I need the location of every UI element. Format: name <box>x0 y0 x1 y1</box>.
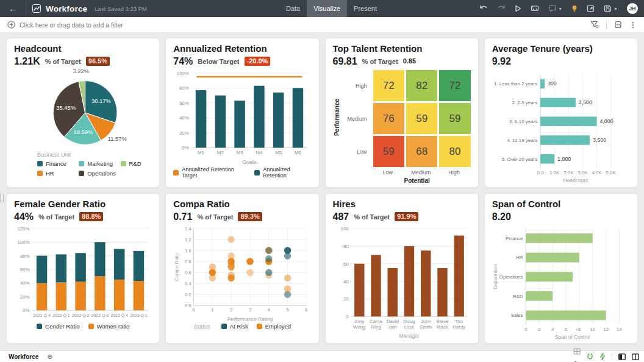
svg-text:Doug: Doug <box>403 319 415 324</box>
user-avatar[interactable]: JH <box>627 3 638 14</box>
heatmap-cell[interactable]: 68 <box>406 136 437 167</box>
card-compa-ratio[interactable]: Compa Ratio 0.71 % of Target 89.3% 0.00.… <box>165 193 319 344</box>
svg-text:0.6: 0.6 <box>185 270 191 275</box>
heatmap-cell[interactable]: 59 <box>406 103 437 134</box>
hbar-chart[interactable]: 0.01.0K2.0K3.0K4.0K5.0K1. Less than 2 ye… <box>492 71 630 185</box>
card-headcount[interactable]: Headcount 1.21K % of Target 96.5% 30.17%… <box>6 38 160 188</box>
filter-bar: Click here or drag data to add a filter … <box>0 17 644 33</box>
lightning-icon[interactable] <box>599 353 606 360</box>
page-settings-icon[interactable] <box>614 21 622 29</box>
svg-text:0: 0 <box>524 327 528 332</box>
svg-text:2022 Q 1: 2022 Q 1 <box>52 313 70 318</box>
svg-text:Department: Department <box>493 264 498 289</box>
heatmap-chart[interactable]: PerformanceHigh728272Medium765959Low5968… <box>333 70 471 185</box>
svg-text:120%: 120% <box>18 226 30 232</box>
svg-text:2.0K: 2.0K <box>564 170 574 176</box>
svg-text:John: John <box>420 319 431 324</box>
filter-funnel-icon[interactable] <box>590 21 599 29</box>
bar-chart[interactable]: 0%20%40%60%80%100%M1M2M3M4M5M6Grade <box>173 68 311 166</box>
svg-text:2023 Q 1: 2023 Q 1 <box>130 313 148 318</box>
hbar-chart[interactable]: 02468101214FinanceHROperationsR&DSalesSp… <box>492 225 630 341</box>
add-filter-button[interactable]: Click here or drag data to add a filter <box>7 21 123 29</box>
kpi-label: Below Target <box>198 58 239 65</box>
card-title: Span of Control <box>492 198 630 210</box>
card-title: Headcount <box>14 43 152 55</box>
stacked-bar-chart[interactable]: 0%20%40%60%80%100%120%2021 Q 42022 Q 120… <box>14 223 152 323</box>
kpi-badge: 88.8% <box>79 212 103 221</box>
legend-item: Finance <box>37 160 79 167</box>
save-icon[interactable]: ▼ <box>604 5 618 12</box>
divider <box>606 21 607 29</box>
bar-chart[interactable]: 020406080100AmyWongCarrieRingDavidJainDo… <box>333 223 471 340</box>
legend-swatch <box>79 161 84 166</box>
kpi-badge: 91.9% <box>395 212 418 221</box>
svg-text:Manager: Manager <box>399 333 419 339</box>
heatmap-cell[interactable]: 72 <box>373 70 404 101</box>
heatmap-row-label: Medium <box>342 103 371 134</box>
svg-text:19.59%: 19.59% <box>74 129 93 135</box>
card-average-tenure[interactable]: Average Tenure (years) 9.92 0.01.0K2.0K3… <box>484 38 638 188</box>
svg-text:80%: 80% <box>20 254 30 259</box>
svg-text:40%: 40% <box>179 115 189 121</box>
card-title: Annualized Retention <box>173 43 311 55</box>
heatmap-cell[interactable]: 59 <box>439 103 470 134</box>
heatmap-cell[interactable]: 82 <box>406 70 437 101</box>
legend-item: Employed <box>257 323 291 330</box>
heatmap-cell[interactable]: 59 <box>373 136 404 167</box>
automation-icon[interactable] <box>531 5 539 12</box>
svg-text:4.0K: 4.0K <box>592 170 602 176</box>
panel-resize-handle[interactable] <box>0 194 4 202</box>
svg-text:Amy: Amy <box>354 319 364 324</box>
heatmap-cell[interactable]: 76 <box>373 103 404 134</box>
svg-text:60: 60 <box>343 261 348 267</box>
card-annualized-retention[interactable]: Annualized Retention 74% Below Target -2… <box>165 38 319 188</box>
redo-icon[interactable] <box>497 5 506 12</box>
legend-swatch <box>37 161 43 166</box>
svg-text:Steve: Steve <box>436 319 449 324</box>
page-tab-workforce[interactable]: Workforce <box>0 353 47 360</box>
tab-visualize[interactable]: Visualize <box>307 0 347 17</box>
svg-text:80%: 80% <box>179 85 189 91</box>
kpi-value: 1.21K <box>14 56 40 67</box>
filter-bar-actions: ⋮ <box>590 21 637 29</box>
card-span-of-control[interactable]: Span of Control 8.20 02468101214FinanceH… <box>484 193 638 344</box>
add-page-icon[interactable]: ⊕ <box>47 353 52 361</box>
svg-text:Performance Rating: Performance Rating <box>227 316 273 322</box>
svg-text:14: 14 <box>617 327 622 332</box>
undo-icon[interactable] <box>479 5 488 12</box>
card-female-gender-ratio[interactable]: Female Gender Ratio 44% % of Target 88.8… <box>6 193 160 344</box>
comment-icon[interactable]: ▼ <box>548 5 562 12</box>
card-hires[interactable]: Hires 487 % of Target 91.9% 020406080100… <box>325 193 479 344</box>
heatmap-cell[interactable]: 80 <box>439 136 470 167</box>
plug-icon[interactable] <box>587 353 593 360</box>
svg-text:M6: M6 <box>295 150 302 155</box>
tab-present[interactable]: Present <box>347 0 384 17</box>
lightbulb-icon[interactable] <box>571 5 578 13</box>
workbook-title: Workforce <box>46 4 87 13</box>
open-window-icon[interactable] <box>587 5 595 12</box>
back-button[interactable]: ← <box>0 0 26 17</box>
layout-left-panel-icon[interactable] <box>618 353 626 360</box>
kpi-label: % of Target <box>197 213 233 221</box>
heatmap-cell[interactable]: 72 <box>439 70 470 101</box>
svg-text:M5: M5 <box>275 150 282 155</box>
card-top-talent-retention[interactable]: Top Talent Retention 69.81 % of Target 0… <box>325 38 479 188</box>
kebab-menu-icon[interactable]: ⋮ <box>629 21 637 29</box>
kpi-badge: 89.3% <box>238 212 262 221</box>
kpi-value: 44% <box>14 211 34 222</box>
scatter-chart[interactable]: 0.00.20.40.60.81.01.21.40123456Performan… <box>173 223 311 323</box>
svg-text:0.0: 0.0 <box>185 303 191 308</box>
circle-plus-icon <box>7 21 15 29</box>
svg-text:60%: 60% <box>20 267 30 272</box>
pie-chart[interactable]: 30.17%11.57%19.59%35.45%3.22% <box>14 68 152 152</box>
card-title: Compa Ratio <box>173 198 311 210</box>
svg-text:1.0: 1.0 <box>185 248 191 254</box>
tab-data[interactable]: Data <box>279 0 307 17</box>
layout-split-icon[interactable] <box>632 353 639 360</box>
svg-text:M1: M1 <box>198 150 204 155</box>
svg-text:0%: 0% <box>182 145 189 151</box>
play-icon[interactable] <box>515 5 521 12</box>
svg-text:2022 Q 3: 2022 Q 3 <box>91 313 109 318</box>
grid-view-icon[interactable]: ▼ <box>573 348 581 362</box>
svg-text:0.4: 0.4 <box>185 281 191 286</box>
